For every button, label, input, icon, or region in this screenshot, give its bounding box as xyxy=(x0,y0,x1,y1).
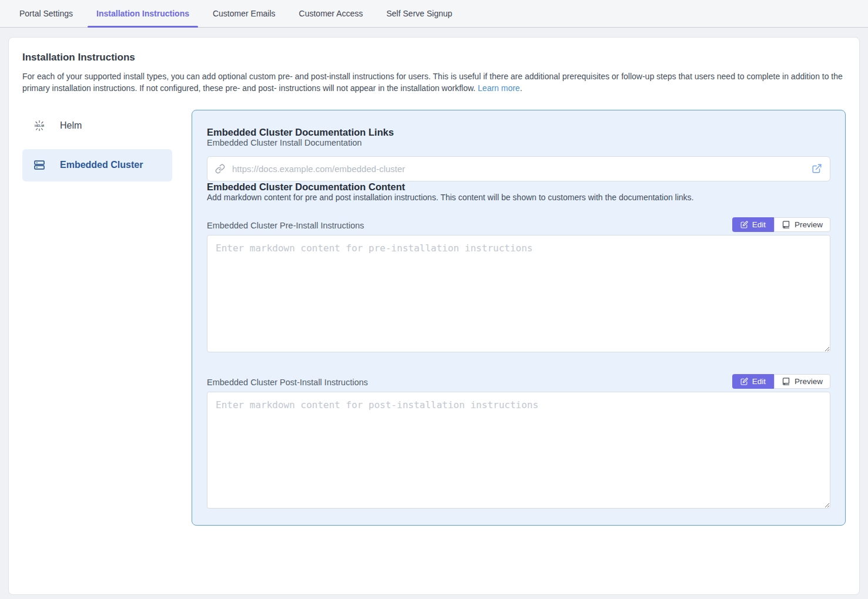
installation-instructions-card: Installation Instructions For each of yo… xyxy=(8,37,860,595)
pre-install-markdown-textarea[interactable] xyxy=(207,235,830,352)
install-doc-input-wrap xyxy=(207,156,830,181)
svg-text:HELM: HELM xyxy=(35,124,44,127)
settings-tab-bar: Portal Settings Installation Instruction… xyxy=(0,0,868,28)
tab-portal-settings[interactable]: Portal Settings xyxy=(11,0,82,27)
pre-install-editor-header: Embedded Cluster Pre-Install Instruction… xyxy=(207,217,830,232)
external-link-icon[interactable] xyxy=(812,163,822,174)
sidebar-item-helm[interactable]: HELM Helm xyxy=(22,110,172,142)
edit-button-label: Edit xyxy=(752,220,766,229)
preview-button-label: Preview xyxy=(795,377,823,386)
post-install-preview-button[interactable]: Preview xyxy=(774,374,830,389)
pre-install-mode-toggle: Edit Preview xyxy=(732,217,830,232)
page-description: For each of your supported install types… xyxy=(22,70,846,95)
post-install-markdown-textarea[interactable] xyxy=(207,392,830,509)
documentation-content-heading: Embedded Cluster Documentation Content xyxy=(207,181,830,193)
pre-install-label: Embedded Cluster Pre-Install Instruction… xyxy=(207,221,364,230)
pre-install-preview-button[interactable]: Preview xyxy=(774,217,830,232)
tab-installation-instructions[interactable]: Installation Instructions xyxy=(88,0,198,27)
post-install-edit-button[interactable]: Edit xyxy=(732,374,774,389)
install-type-nav: HELM Helm Embedded Cluster xyxy=(22,110,172,181)
server-stack-icon xyxy=(33,159,45,171)
sidebar-item-label: Embedded Cluster xyxy=(60,160,143,170)
learn-more-link[interactable]: Learn more xyxy=(478,83,520,93)
edit-icon xyxy=(740,221,748,228)
post-install-mode-toggle: Edit Preview xyxy=(732,374,830,389)
documentation-content-description: Add markdown content for pre and post in… xyxy=(207,193,830,202)
helm-wheel-icon: HELM xyxy=(33,120,45,132)
page-title: Installation Instructions xyxy=(22,52,846,63)
learn-more-period: . xyxy=(520,83,522,93)
pre-install-edit-button[interactable]: Edit xyxy=(732,217,774,232)
install-doc-url-input[interactable] xyxy=(231,163,806,174)
tab-customer-emails[interactable]: Customer Emails xyxy=(204,0,284,27)
install-doc-label: Embedded Cluster Install Documentation xyxy=(207,138,830,147)
edit-button-label: Edit xyxy=(752,377,766,386)
post-install-label: Embedded Cluster Post-Install Instructio… xyxy=(207,378,368,387)
tab-self-serve-signup[interactable]: Self Serve Signup xyxy=(378,0,461,27)
embedded-cluster-panel: Embedded Cluster Documentation Links Emb… xyxy=(192,110,846,526)
link-icon xyxy=(215,164,225,174)
book-icon xyxy=(782,377,790,386)
sidebar-item-embedded-cluster[interactable]: Embedded Cluster xyxy=(22,149,172,181)
book-icon xyxy=(782,220,790,229)
preview-button-label: Preview xyxy=(795,220,823,229)
documentation-links-heading: Embedded Cluster Documentation Links xyxy=(207,127,830,138)
page-description-text: For each of your supported install types… xyxy=(22,72,843,93)
content-row: HELM Helm Embedded Cluster xyxy=(22,110,846,526)
edit-icon xyxy=(740,378,748,385)
sidebar-item-label: Helm xyxy=(60,120,82,131)
tab-customer-access[interactable]: Customer Access xyxy=(290,0,372,27)
post-install-editor-header: Embedded Cluster Post-Install Instructio… xyxy=(207,374,830,389)
